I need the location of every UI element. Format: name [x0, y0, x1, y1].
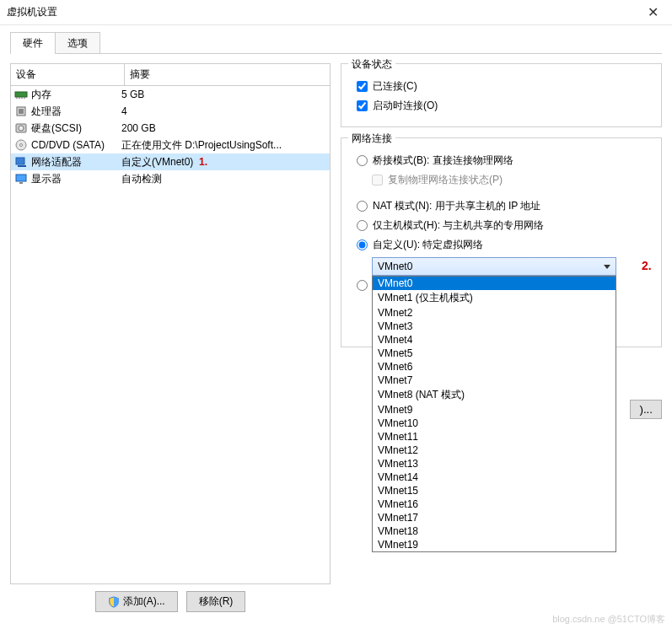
device-header-device[interactable]: 设备: [11, 64, 125, 85]
watermark: blog.csdn.ne @51CTO博客: [552, 613, 665, 626]
replicate-row: 复制物理网络连接状态(P): [372, 173, 651, 187]
cpu-icon: [14, 105, 28, 118]
remove-button-label: 移除(R): [199, 594, 234, 609]
title-bar: 虚拟机设置 ✕: [0, 0, 672, 25]
annotation-2: 2.: [642, 259, 652, 272]
vmnet-option[interactable]: VMnet17: [373, 511, 616, 524]
device-summary: 5 GB: [121, 89, 326, 100]
device-row-memory[interactable]: 内存5 GB: [11, 86, 330, 103]
nat-label: NAT 模式(N): 用于共享主机的 IP 地址: [373, 199, 540, 213]
vmnet-option[interactable]: VMnet16: [373, 497, 616, 511]
add-button[interactable]: 添加(A)...: [95, 591, 178, 612]
vmnet-option[interactable]: VMnet1 (仅主机模式): [373, 290, 616, 306]
tab-hardware[interactable]: 硬件: [10, 32, 56, 54]
vmnet-option[interactable]: VMnet10: [373, 417, 616, 430]
shield-icon: [108, 596, 120, 608]
vmnet-option[interactable]: VMnet18: [373, 524, 616, 538]
vmnet-option[interactable]: VMnet15: [373, 484, 616, 497]
device-summary: 正在使用文件 D:\ProjectUsingSoft...: [121, 138, 326, 153]
lan-segment-radio[interactable]: [357, 280, 368, 291]
replicate-label: 复制物理网络连接状态(P): [388, 173, 503, 187]
bridged-label: 桥接模式(B): 直接连接物理网络: [373, 153, 513, 168]
vmnet-option[interactable]: VMnet4: [373, 333, 616, 347]
vmnet-option[interactable]: VMnet3: [373, 320, 616, 333]
annotation-1: 1.: [199, 156, 207, 168]
device-name: 内存: [31, 88, 51, 102]
vmnet-select[interactable]: VMnet0: [372, 257, 616, 276]
svg-rect-6: [19, 109, 24, 114]
device-row-cpu[interactable]: 处理器4: [11, 103, 330, 120]
vmnet-option[interactable]: VMnet11: [373, 430, 616, 444]
device-summary: 4: [121, 105, 326, 117]
network-connection-title: 网络连接: [348, 132, 395, 146]
nat-row: NAT 模式(N): 用于共享主机的 IP 地址: [357, 199, 651, 213]
disk-icon: [14, 121, 28, 135]
svg-rect-0: [15, 92, 27, 97]
device-name: 硬盘(SCSI): [31, 121, 82, 136]
custom-radio[interactable]: [357, 239, 368, 250]
connect-at-poweron-label: 启动时连接(O): [373, 99, 438, 113]
device-row-net[interactable]: 网络适配器自定义(VMnet0) 1.: [11, 153, 330, 170]
svg-rect-1: [16, 97, 18, 99]
net-icon: [14, 155, 28, 169]
device-table-body: 内存5 GB处理器4硬盘(SCSI)200 GBCD/DVD (SATA)正在使…: [11, 86, 330, 583]
device-row-display[interactable]: 显示器自动检测: [11, 170, 330, 187]
network-connection-group: 网络连接 桥接模式(B): 直接连接物理网络 复制物理网络连接状态(P) NAT…: [341, 137, 662, 347]
vmnet-option[interactable]: VMnet14: [373, 470, 616, 484]
vmnet-option[interactable]: VMnet5: [373, 347, 616, 360]
device-name: 处理器: [31, 105, 62, 119]
device-table: 设备 摘要 内存5 GB处理器4硬盘(SCSI)200 GBCD/DVD (SA…: [10, 63, 331, 584]
vmnet-option[interactable]: VMnet9: [373, 403, 616, 417]
custom-row: 自定义(U): 特定虚拟网络: [357, 238, 651, 252]
left-panel: 设备 摘要 内存5 GB处理器4硬盘(SCSI)200 GBCD/DVD (SA…: [10, 63, 331, 612]
hostonly-label: 仅主机模式(H): 与主机共享的专用网络: [373, 218, 544, 233]
custom-label: 自定义(U): 特定虚拟网络: [373, 238, 483, 252]
vmnet-option[interactable]: VMnet13: [373, 457, 616, 470]
vmnet-select-wrap: VMnet0 2. VMnet0VMnet1 (仅主机模式)VMnet2VMne…: [372, 257, 651, 276]
window-title: 虚拟机设置: [7, 5, 641, 19]
nat-radio[interactable]: [357, 201, 368, 212]
tab-strip: 硬件 选项: [10, 32, 672, 54]
vmnet-option[interactable]: VMnet6: [373, 360, 616, 374]
left-buttons: 添加(A)... 移除(R): [10, 591, 331, 612]
connect-at-poweron-row: 启动时连接(O): [357, 99, 651, 113]
vmnet-option[interactable]: VMnet8 (NAT 模式): [373, 387, 616, 403]
connected-row: 已连接(C): [357, 79, 651, 94]
vmnet-option[interactable]: VMnet0: [373, 277, 616, 290]
tab-options[interactable]: 选项: [55, 32, 100, 54]
remove-button[interactable]: 移除(R): [186, 591, 246, 612]
svg-rect-14: [19, 182, 23, 184]
device-row-cd[interactable]: CD/DVD (SATA)正在使用文件 D:\ProjectUsingSoft.…: [11, 137, 330, 153]
connected-checkbox[interactable]: [357, 81, 368, 92]
lan-segments-label: )...: [639, 403, 653, 416]
device-name: 显示器: [31, 172, 62, 186]
svg-rect-12: [18, 165, 26, 167]
device-status-title: 设备状态: [348, 57, 395, 72]
vmnet-option[interactable]: VMnet2: [373, 306, 616, 320]
vmnet-option[interactable]: VMnet19: [373, 538, 616, 551]
device-summary: 自动检测: [121, 172, 326, 186]
device-header-summary[interactable]: 摘要: [125, 64, 330, 85]
hostonly-radio[interactable]: [357, 220, 368, 231]
svg-point-10: [20, 144, 23, 147]
memory-icon: [14, 88, 28, 101]
vmnet-option[interactable]: VMnet7: [373, 374, 616, 387]
svg-rect-2: [19, 97, 20, 99]
device-summary: 自定义(VMnet0) 1.: [121, 155, 326, 169]
connected-label: 已连接(C): [373, 79, 417, 94]
device-summary: 200 GB: [121, 122, 326, 134]
vmnet-dropdown[interactable]: VMnet0VMnet1 (仅主机模式)VMnet2VMnet3VMnet4VM…: [372, 276, 616, 552]
device-name: 网络适配器: [31, 155, 82, 169]
device-row-disk[interactable]: 硬盘(SCSI)200 GB: [11, 120, 330, 137]
connect-at-poweron-checkbox[interactable]: [357, 100, 368, 111]
add-button-label: 添加(A)...: [123, 594, 165, 609]
hostonly-row: 仅主机模式(H): 与主机共享的专用网络: [357, 218, 651, 233]
bridged-row: 桥接模式(B): 直接连接物理网络: [357, 153, 651, 168]
lan-segments-button[interactable]: )...: [630, 400, 662, 419]
cd-icon: [14, 138, 28, 152]
bridged-radio[interactable]: [357, 155, 368, 166]
vmnet-option[interactable]: VMnet12: [373, 444, 616, 457]
close-icon[interactable]: ✕: [641, 4, 665, 20]
device-name: CD/DVD (SATA): [31, 139, 105, 151]
vmnet-selected-value: VMnet0: [378, 261, 412, 272]
